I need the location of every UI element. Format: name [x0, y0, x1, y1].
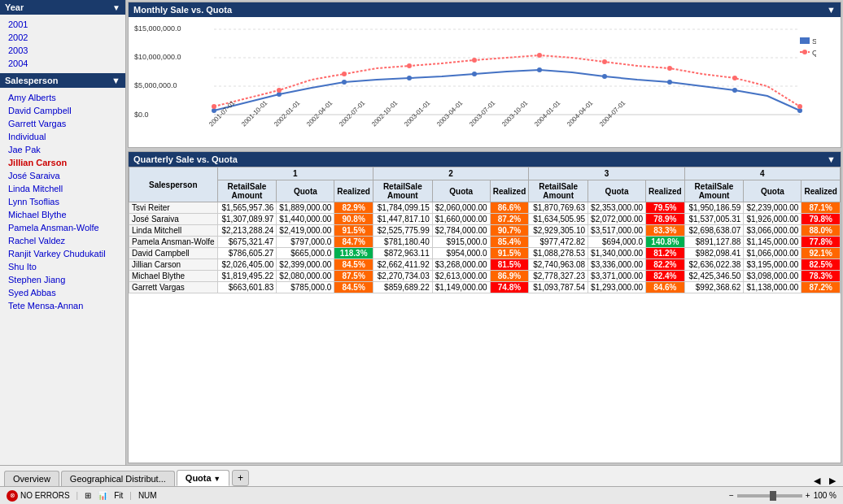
q4-quota-cell: $2,239,000.00	[744, 202, 802, 214]
salesperson-item[interactable]: Tete Mensa-Annan	[0, 299, 125, 312]
status-separator-1: |	[76, 491, 79, 500]
q1-retail-header: RetailSale Amount	[217, 180, 277, 202]
chart-area: $15,000,000.0 $10,000,000.0 $5,000,000.0…	[129, 17, 841, 147]
add-tab-button[interactable]: +	[232, 470, 249, 486]
svg-text:2003-01-01: 2003-01-01	[403, 99, 432, 128]
svg-point-19	[277, 88, 282, 93]
q2-retail-cell: $859,689.22	[373, 282, 432, 293]
tab-overview[interactable]: Overview	[4, 471, 59, 486]
q4-retail-header: RetailSale Amount	[684, 180, 744, 202]
zoom-minus-button[interactable]: −	[729, 491, 734, 500]
q2-realized-cell: 86.9%	[490, 271, 529, 282]
scroll-right-button[interactable]: ▶	[826, 476, 839, 486]
svg-point-10	[342, 80, 347, 85]
zoom-plus-button[interactable]: +	[806, 491, 810, 500]
no-errors-icon: ⊗	[7, 490, 18, 502]
svg-point-23	[537, 53, 542, 58]
svg-text:2003-04-01: 2003-04-01	[435, 99, 465, 128]
scroll-left-button[interactable]: ◀	[810, 476, 823, 486]
q1-quota-cell: $665,000.0	[277, 248, 334, 259]
q1-realized-cell: 84.5%	[334, 282, 373, 293]
right-panel: Monthly Sale vs. Quota ▼ $15,000,000.0 $…	[126, 0, 843, 465]
chart-expand-icon[interactable]: ▼	[827, 5, 836, 15]
q1-header: 1	[217, 167, 373, 180]
q3-retail-cell: $1,093,787.54	[529, 282, 588, 293]
table-title: Quarterly Sale vs. Quota	[133, 154, 238, 164]
q3-quota-cell: $1,340,000.00	[588, 248, 646, 259]
zoom-slider-track[interactable]	[737, 494, 802, 497]
tab-quota[interactable]: Quota ▼	[177, 470, 229, 486]
table-expand-icon[interactable]: ▼	[827, 154, 836, 164]
no-errors-label: NO ERRORS	[20, 491, 70, 500]
tab-geographical-distribut...[interactable]: Geographical Distribut...	[61, 471, 175, 486]
svg-text:Sales: Sales	[812, 37, 816, 46]
q2-header: 2	[373, 167, 528, 180]
q4-realized-cell: 79.8%	[802, 214, 841, 225]
q1-quota-cell: $797,000.0	[277, 237, 334, 248]
salesperson-item[interactable]: Linda Mitchell	[0, 182, 125, 195]
q1-retail-cell: $786,605.27	[217, 248, 277, 259]
salesperson-item[interactable]: Shu Ito	[0, 260, 125, 273]
salesperson-item[interactable]: Jae Pak	[0, 143, 125, 156]
salesperson-cell: José Saraiva	[129, 214, 218, 225]
year-header-label: Year	[5, 2, 24, 12]
q4-realized-cell: 78.3%	[802, 271, 841, 282]
year-item-2002[interactable]: 2002	[0, 31, 125, 44]
svg-point-15	[667, 80, 672, 85]
q1-realized-cell: 91.5%	[334, 225, 373, 237]
q1-realized-header: Realized	[334, 180, 373, 202]
salesperson-item[interactable]: Michael Blythe	[0, 208, 125, 221]
salesperson-cell: David Campbell	[129, 248, 218, 259]
salesperson-item[interactable]: Amy Alberts	[0, 91, 125, 104]
q4-quota-header: Quota	[744, 180, 802, 202]
q4-retail-cell: $1,537,005.31	[684, 214, 744, 225]
q2-retail-cell: $2,662,411.92	[373, 259, 432, 271]
year-item-2001[interactable]: 2001	[0, 18, 125, 31]
svg-text:2001-07-01: 2001-07-01	[207, 99, 237, 128]
q2-quota-header: Quota	[432, 180, 490, 202]
salesperson-item[interactable]: Stephen Jiang	[0, 273, 125, 286]
salesperson-item[interactable]: José Saraiva	[0, 169, 125, 182]
year-item-2003[interactable]: 2003	[0, 44, 125, 57]
table-header-bar: Quarterly Sale vs. Quota ▼	[129, 152, 841, 167]
q4-quota-cell: $1,145,000.00	[744, 237, 802, 248]
table-row: Michael Blythe$1,819,495.22$2,080,000.00…	[129, 271, 841, 282]
svg-point-24	[602, 59, 607, 64]
year-filter-icon[interactable]: ▼	[112, 3, 120, 12]
salesperson-item[interactable]: Lynn Tsoflias	[0, 195, 125, 208]
salesperson-item[interactable]: Pamela Ansman-Wolfe	[0, 221, 125, 234]
q3-quota-cell: $1,293,000.00	[588, 282, 646, 293]
svg-point-16	[732, 88, 737, 93]
q2-retail-cell: $2,270,734.03	[373, 271, 432, 282]
left-panel: Year ▼ 2001200220032004 Salesperson ▼ Am…	[0, 0, 126, 465]
q3-quota-cell: $3,371,000.00	[588, 271, 646, 282]
q4-quota-cell: $3,195,000.00	[744, 259, 802, 271]
q3-retail-cell: $1,634,505.95	[529, 214, 588, 225]
salesperson-item[interactable]: Garrett Vargas	[0, 117, 125, 130]
svg-point-27	[797, 104, 802, 109]
year-item-2004[interactable]: 2004	[0, 57, 125, 70]
salesperson-item[interactable]: Rachel Valdez	[0, 234, 125, 247]
q2-retail-cell: $1,447,817.10	[373, 214, 432, 225]
num-label: NUM	[138, 491, 157, 500]
salesperson-item[interactable]: Individual	[0, 130, 125, 143]
q1-realized-cell: 82.9%	[334, 202, 373, 214]
fit-label[interactable]: Fit	[114, 491, 123, 500]
svg-point-21	[407, 63, 412, 68]
q2-realized-cell: 74.8%	[490, 282, 529, 293]
q4-quota-cell: $1,926,000.00	[744, 214, 802, 225]
no-errors-badge: ⊗ NO ERRORS	[7, 490, 70, 502]
q3-header: 3	[529, 167, 684, 180]
q2-quota-cell: $3,268,000.00	[432, 259, 490, 271]
salesperson-item[interactable]: Jillian Carson	[0, 156, 125, 169]
salesperson-filter-icon[interactable]: ▼	[111, 76, 120, 85]
salesperson-item[interactable]: David Campbell	[0, 104, 125, 117]
q3-quota-cell: $2,072,000.00	[588, 214, 646, 225]
chart-section: Monthly Sale vs. Quota ▼ $15,000,000.0 $…	[128, 2, 841, 148]
zoom-slider-thumb[interactable]	[770, 491, 776, 501]
salesperson-item[interactable]: Syed Abbas	[0, 286, 125, 299]
svg-text:$15,000,000.0: $15,000,000.0	[134, 24, 181, 33]
table-row: Tsvi Reiter$1,565,957.36$1,889,000.0082.…	[129, 202, 841, 214]
q3-realized-header: Realized	[646, 180, 685, 202]
salesperson-item[interactable]: Ranjit Varkey Chudukatil	[0, 247, 125, 260]
